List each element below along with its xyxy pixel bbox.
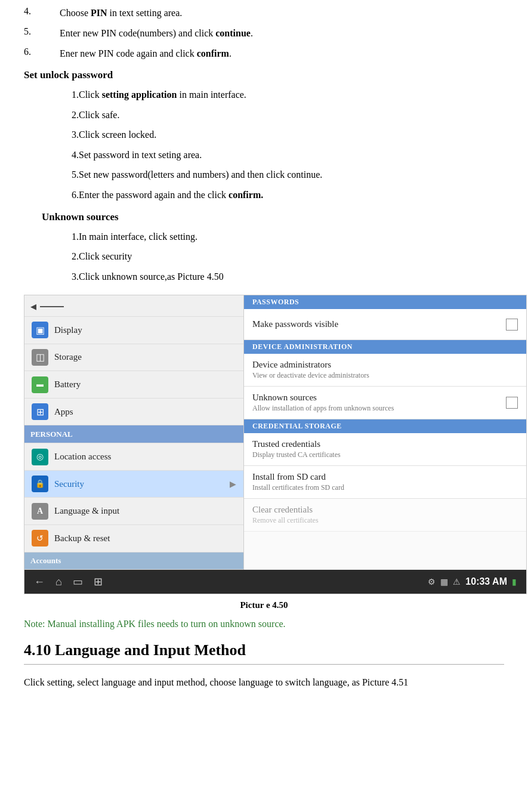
back-arrow-icon: ◂ [30, 299, 36, 313]
sidebar-item-apps[interactable]: ⊞ Apps [24, 399, 243, 426]
step-4-num: 4. [24, 6, 60, 20]
unknown-step-2: 2.Click security [72, 249, 504, 264]
sidebar-item-backup[interactable]: ↺ Backup & reset [24, 525, 243, 552]
unknown-sources-subtitle: Allow installation of apps from unknown … [252, 404, 394, 413]
back-arrow[interactable]: ◂ [24, 295, 243, 317]
unlock-step-1: 1.Click setting application in main inte… [72, 87, 504, 103]
unknown-sources-heading: Unknown sources [42, 211, 504, 223]
sidebar-label-language: Language & input [54, 506, 119, 516]
device-admins-title: Device administrators [252, 360, 369, 370]
make-passwords-title: Make passwords visible [252, 319, 338, 329]
sidebar-label-display: Display [54, 325, 82, 335]
device-admins-item[interactable]: Device administrators View or deactivate… [244, 354, 526, 387]
unlock-step-2: 2.Click safe. [72, 107, 504, 123]
sidebar-label-backup: Backup & reset [54, 533, 110, 544]
unlock-step-6: 6.Enter the password again and the click… [72, 187, 504, 203]
passwords-header: PASSWORDS [244, 295, 526, 309]
sidebar-item-battery[interactable]: ▬ Battery [24, 371, 243, 399]
security-icon: 🔒 [32, 476, 48, 492]
sidebar-item-location[interactable]: ◎ Location access [24, 443, 243, 471]
install-sd-item[interactable]: Install from SD card Install certificate… [244, 466, 526, 499]
clear-credentials-title: Clear credentials [252, 505, 319, 515]
sidebar-label-apps: Apps [54, 407, 73, 417]
unlock-step-3: 3.Click screen locked. [72, 127, 504, 143]
section-4-10-title: 4.10 Language and Input Method [24, 641, 504, 665]
device-admins-subtitle: View or deactivate device administrators [252, 371, 369, 380]
status-bar: ← ⌂ ▭ ⊞ ⚙ ▦ ⚠ 10:33 AM ▮ [24, 570, 526, 594]
sidebar-label-security: Security [54, 479, 84, 489]
signal-icon: ▦ [440, 577, 448, 587]
sidebar-item-display[interactable]: ▣ Display [24, 317, 243, 344]
step-5-num: 5. [24, 26, 60, 41]
unknown-step-3: 3.Click unknown source,as Picture 4.50 [72, 269, 504, 285]
make-passwords-visible-item[interactable]: Make passwords visible [244, 309, 526, 340]
nav-icons: ← ⌂ ▭ ⊞ [34, 575, 103, 588]
battery-status-icon: ▮ [512, 577, 517, 587]
status-right: ⚙ ▦ ⚠ 10:33 AM ▮ [428, 576, 517, 587]
display-icon: ▣ [32, 322, 48, 338]
install-sd-subtitle: Install certificates from SD card [252, 483, 344, 492]
right-panel: PASSWORDS Make passwords visible DEVICE … [244, 295, 526, 570]
backup-icon: ↺ [32, 530, 48, 547]
clear-credentials-item: Clear credentials Remove all certificate… [244, 499, 526, 532]
step-5-text: Enter new PIN code(numbers) and click co… [60, 26, 253, 41]
security-arrow: ▶ [230, 479, 236, 489]
sidebar-item-language[interactable]: A Language & input [24, 498, 243, 525]
step-4-text: Choose PIN in text setting area. [60, 6, 182, 20]
home-nav-icon[interactable]: ⌂ [55, 576, 62, 588]
trusted-credentials-item[interactable]: Trusted credentials Display trusted CA c… [244, 433, 526, 466]
accounts-section-label: Accounts [24, 552, 243, 570]
set-unlock-section: Set unlock password 1.Click setting appl… [24, 69, 504, 203]
sidebar: ◂ ▣ Display ◫ Storage ▬ Battery ⊞ Apps P… [24, 295, 244, 570]
sidebar-label-location: Location access [54, 452, 111, 462]
install-sd-title: Install from SD card [252, 472, 344, 482]
language-icon: A [32, 503, 48, 520]
unlock-step-4: 4.Set password in text seting area. [72, 147, 504, 163]
personal-section-label: PERSONAL [24, 425, 243, 443]
step-6-num: 6. [24, 47, 60, 61]
unknown-step-1: 1.In main interface, click setting. [72, 229, 504, 245]
battery-icon: ▬ [32, 376, 48, 393]
recents-nav-icon[interactable]: ▭ [73, 575, 83, 588]
device-admin-header: DEVICE ADMINISTRATION [244, 340, 526, 354]
clear-credentials-subtitle: Remove all certificates [252, 516, 319, 525]
unknown-sources-section: Unknown sources 1.In main interface, cli… [24, 211, 504, 285]
time-display: 10:33 AM [465, 576, 507, 587]
warning-icon: ⚠ [453, 577, 461, 587]
apps-icon: ⊞ [32, 403, 48, 420]
divider-line [40, 306, 64, 307]
steps-top: 4. Choose PIN in text setting area. 5. E… [24, 6, 504, 61]
sidebar-item-storage[interactable]: ◫ Storage [24, 344, 243, 372]
sidebar-item-security[interactable]: 🔒 Security ▶ [24, 471, 243, 498]
credential-storage-header: CREDENTIAL STORAGE [244, 419, 526, 433]
location-icon: ◎ [32, 449, 48, 465]
unknown-sources-item[interactable]: Unknown sources Allow installation of ap… [244, 387, 526, 419]
unknown-sources-checkbox[interactable] [506, 397, 518, 409]
trusted-credentials-subtitle: Display trusted CA certificates [252, 450, 341, 459]
screenshot-container: ◂ ▣ Display ◫ Storage ▬ Battery ⊞ Apps P… [24, 295, 527, 594]
sidebar-label-battery: Battery [54, 379, 81, 390]
make-passwords-checkbox[interactable] [506, 319, 518, 331]
apps-nav-icon[interactable]: ⊞ [94, 575, 103, 588]
body-text-4-10: Click setting, select language and input… [24, 674, 504, 690]
usb-icon: ⚙ [428, 577, 436, 587]
unknown-sources-title: Unknown sources [252, 393, 394, 403]
note-text: Note: Manual installing APK files needs … [24, 619, 504, 629]
trusted-credentials-title: Trusted credentials [252, 439, 341, 449]
screenshot-caption: Pictur e 4.50 [24, 600, 504, 610]
back-nav-icon[interactable]: ← [34, 576, 45, 588]
step-6-text: Ener new PIN code again and click confir… [60, 47, 231, 61]
unlock-step-5: 5.Set new password(letters and numbers) … [72, 167, 504, 183]
sidebar-label-storage: Storage [54, 352, 82, 362]
storage-icon: ◫ [32, 349, 48, 366]
set-unlock-heading: Set unlock password [24, 69, 504, 81]
